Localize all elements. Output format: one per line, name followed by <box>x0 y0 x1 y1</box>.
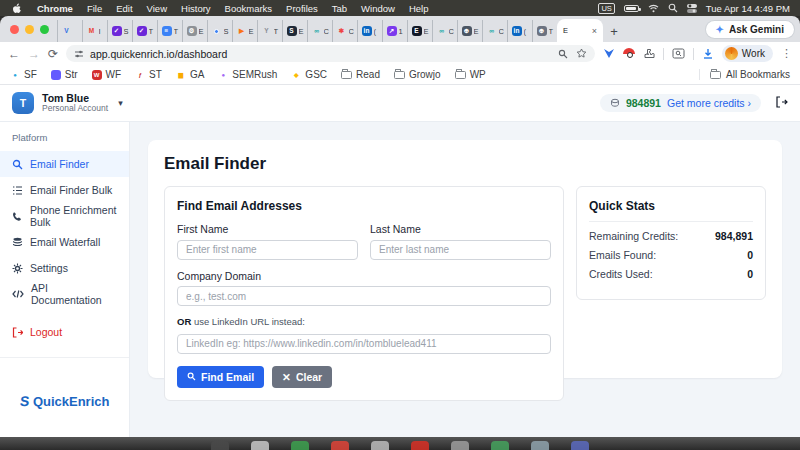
credits-pill[interactable]: 984891 Get more credits › <box>600 94 761 112</box>
menu-item[interactable]: Profiles <box>279 3 325 14</box>
close-window-button[interactable] <box>10 25 19 34</box>
browser-tab[interactable]: ↗ 1 <box>382 20 407 42</box>
find-email-button[interactable]: Find Email <box>177 366 264 388</box>
active-tab[interactable]: E × <box>557 19 603 42</box>
sidebar-item-email-finder[interactable]: Email Finder <box>0 151 129 177</box>
bookmark-item[interactable]: Str <box>51 69 78 80</box>
bookmark-star-icon[interactable] <box>576 48 587 59</box>
menu-item[interactable]: Chrome <box>30 3 80 14</box>
reload-button[interactable]: ⟳ <box>48 48 58 60</box>
user-avatar[interactable]: T <box>12 92 34 114</box>
bookmark-item[interactable]: ƒ ST <box>135 69 162 80</box>
dock-app-icon[interactable] <box>491 441 509 450</box>
browser-tab[interactable]: V <box>57 20 82 42</box>
chrome-menu-button[interactable]: ⋮ <box>781 48 792 59</box>
tab-search-panel-icon[interactable] <box>672 48 685 59</box>
bookmark-item[interactable]: Read <box>341 69 380 80</box>
get-more-credits-link[interactable]: Get more credits › <box>667 97 751 109</box>
sidebar-item-api-documentation[interactable]: API Documentation <box>0 281 129 307</box>
v-extension-icon[interactable] <box>603 48 615 59</box>
forward-button[interactable]: → <box>28 48 40 60</box>
browser-tab[interactable]: ✱ C <box>332 20 357 42</box>
apple-menu-icon[interactable] <box>10 3 24 14</box>
browser-tab[interactable]: ∞ C <box>307 20 332 42</box>
company-domain-input[interactable] <box>177 286 551 306</box>
menu-item[interactable]: Help <box>402 3 436 14</box>
bookmark-item[interactable]: Growjo <box>394 69 441 80</box>
back-button[interactable]: ← <box>8 48 20 60</box>
menu-item[interactable]: Window <box>354 3 402 14</box>
linkedin-url-input[interactable] <box>177 334 551 354</box>
logout-icon[interactable] <box>775 94 788 112</box>
browser-tab[interactable]: ⚙ E <box>182 20 207 42</box>
dock-app-icon[interactable] <box>531 441 549 450</box>
ask-gemini-button[interactable]: ✦ Ask Gemini <box>706 21 794 38</box>
sidebar-item-email-finder-bulk[interactable]: Email Finder Bulk <box>0 177 129 203</box>
menubar-clock[interactable]: Tue Apr 14 4:49 PM <box>706 3 790 14</box>
dock-app-icon[interactable] <box>251 441 269 450</box>
bookmark-item[interactable]: ● SEMRush <box>218 69 277 80</box>
address-bar[interactable]: app.quickenrich.io/dashboard <box>66 45 595 62</box>
browser-tab[interactable]: ⊕ E <box>457 20 482 42</box>
site-settings-icon[interactable] <box>74 49 84 59</box>
browser-tab[interactable]: S <box>207 20 232 42</box>
close-tab-icon[interactable]: × <box>592 26 597 36</box>
all-bookmarks-button[interactable]: All Bookmarks <box>699 69 790 80</box>
url-text[interactable]: app.quickenrich.io/dashboard <box>90 48 552 60</box>
browser-tab[interactable]: M I <box>82 20 107 42</box>
menu-item[interactable]: Tab <box>325 3 354 14</box>
browser-tab[interactable]: ✓ T <box>132 20 157 42</box>
bookmark-item[interactable]: ● SF <box>10 69 37 80</box>
menu-item[interactable]: Edit <box>109 3 139 14</box>
search-icon[interactable] <box>558 49 568 59</box>
dock-app-icon[interactable] <box>571 441 589 450</box>
browser-tab[interactable]: in ( <box>357 20 382 42</box>
dock-app-icon[interactable] <box>411 441 429 450</box>
bookmark-item[interactable]: ◆ GSC <box>291 69 327 80</box>
profile-label: Work <box>742 48 765 59</box>
clear-button[interactable]: ✕ Clear <box>272 366 332 388</box>
extensions-puzzle-icon[interactable] <box>643 48 655 60</box>
dock-app-icon[interactable] <box>371 441 389 450</box>
profile-button[interactable]: Work <box>722 45 773 62</box>
last-name-input[interactable] <box>370 240 551 260</box>
browser-tab[interactable]: in ( <box>507 20 532 42</box>
sidebar-item-phone-enrichment-bulk[interactable]: Phone Enrichment Bulk <box>0 203 129 229</box>
browser-tab[interactable]: E E <box>407 20 432 42</box>
sidebar-item-email-waterfall[interactable]: Email Waterfall <box>0 229 129 255</box>
browser-tab[interactable]: ⊕ T <box>532 20 557 42</box>
menu-item[interactable]: View <box>140 3 174 14</box>
spotlight-icon[interactable] <box>668 3 678 13</box>
first-name-input[interactable] <box>177 240 358 260</box>
browser-tab[interactable]: ▶ E <box>232 20 257 42</box>
sidebar-item-settings[interactable]: Settings <box>0 255 129 281</box>
dock-app-icon[interactable] <box>211 441 229 450</box>
dock-app-icon[interactable] <box>451 441 469 450</box>
dock-app-icon[interactable] <box>291 441 309 450</box>
zoom-window-button[interactable] <box>40 25 49 34</box>
download-icon[interactable] <box>702 48 714 60</box>
menu-item[interactable]: History <box>174 3 218 14</box>
control-center-icon[interactable] <box>687 4 697 13</box>
macos-dock[interactable] <box>0 437 800 450</box>
browser-tab[interactable]: Y T <box>257 20 282 42</box>
browser-tab[interactable]: S E <box>282 20 307 42</box>
browser-tab[interactable]: ✓ S <box>107 20 132 42</box>
browser-tab[interactable]: ∞ C <box>432 20 457 42</box>
new-tab-button[interactable]: + <box>603 20 625 42</box>
minimize-window-button[interactable] <box>25 25 34 34</box>
input-source-badge[interactable]: US <box>598 3 614 14</box>
database-icon <box>12 237 23 248</box>
menu-item[interactable]: File <box>80 3 109 14</box>
dock-app-icon[interactable] <box>331 441 349 450</box>
menu-item[interactable]: Bookmarks <box>218 3 280 14</box>
bookmark-item[interactable]: W WF <box>92 69 122 80</box>
chevron-down-icon[interactable]: ▾ <box>118 98 123 108</box>
browser-tab[interactable]: ≡ T <box>157 20 182 42</box>
sidebar-logout-button[interactable]: Logout <box>0 319 129 345</box>
bookmark-item[interactable]: WP <box>455 69 486 80</box>
wifi-icon[interactable] <box>648 4 659 13</box>
browser-tab[interactable]: ∞ C <box>482 20 507 42</box>
pokeball-extension-icon[interactable] <box>623 48 635 60</box>
bookmark-item[interactable]: ▆ GA <box>176 69 204 80</box>
